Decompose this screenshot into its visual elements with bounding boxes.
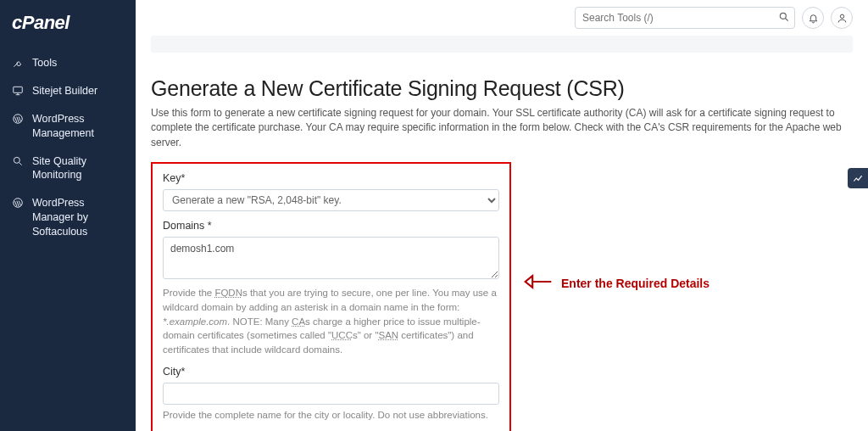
magnifier-icon bbox=[10, 155, 25, 167]
sidebar-item-quality[interactable]: Site Quality Monitoring bbox=[0, 148, 136, 190]
sidebar-item-label: WordPress Manager by Softaculous bbox=[32, 196, 125, 239]
key-select[interactable]: Generate a new "RSA, 2,048-bit" key. bbox=[163, 189, 499, 211]
sidebar-item-label: Tools bbox=[32, 56, 125, 70]
topbar bbox=[136, 0, 868, 36]
svg-rect-0 bbox=[14, 87, 23, 92]
brand-logo: cPanel bbox=[0, 0, 136, 46]
user-button[interactable] bbox=[831, 7, 853, 29]
search-icon bbox=[778, 11, 790, 26]
sidebar-item-softaculous[interactable]: WordPress Manager by Softaculous bbox=[0, 189, 136, 246]
sidebar: cPanel Tools Sitejet Builder WordPress M… bbox=[0, 0, 136, 431]
sidebar-item-tools[interactable]: Tools bbox=[0, 49, 136, 77]
domains-label: Domains * bbox=[163, 220, 499, 232]
breadcrumb bbox=[151, 36, 853, 53]
bell-icon bbox=[808, 13, 819, 24]
sidebar-item-label: WordPress Management bbox=[32, 112, 125, 141]
notifications-button[interactable] bbox=[802, 7, 824, 29]
svg-point-2 bbox=[14, 157, 19, 163]
arrow-left-icon bbox=[524, 271, 553, 295]
form-highlight-box: Key* Generate a new "RSA, 2,048-bit" key… bbox=[151, 162, 511, 431]
svg-point-5 bbox=[840, 14, 843, 18]
sidebar-nav: Tools Sitejet Builder WordPress Manageme… bbox=[0, 46, 136, 249]
sidebar-item-sitejet[interactable]: Sitejet Builder bbox=[0, 77, 136, 105]
search-wrap bbox=[575, 7, 795, 29]
wordpress-icon bbox=[10, 197, 25, 209]
user-icon bbox=[837, 13, 848, 24]
page-title: Generate a New Certificate Signing Reque… bbox=[151, 76, 853, 101]
wrench-icon bbox=[10, 57, 25, 69]
chart-icon bbox=[852, 172, 864, 184]
feedback-tab[interactable] bbox=[848, 168, 868, 188]
page-description: Use this form to generate a new certific… bbox=[151, 106, 853, 150]
key-label: Key* bbox=[163, 172, 499, 184]
city-help: Provide the complete name for the city o… bbox=[163, 408, 499, 423]
search-input[interactable] bbox=[575, 7, 795, 29]
monitor-icon bbox=[10, 85, 25, 97]
main-content: Generate a New Certificate Signing Reque… bbox=[136, 36, 868, 431]
city-input[interactable] bbox=[163, 383, 499, 405]
sidebar-item-wp-mgmt[interactable]: WordPress Management bbox=[0, 105, 136, 148]
field-key: Key* Generate a new "RSA, 2,048-bit" key… bbox=[163, 172, 499, 211]
sidebar-item-label: Sitejet Builder bbox=[32, 84, 125, 98]
svg-point-4 bbox=[780, 13, 786, 19]
domains-help: Provide the FQDNs that you are trying to… bbox=[163, 286, 499, 356]
field-city: City* Provide the complete name for the … bbox=[163, 366, 499, 423]
domains-textarea[interactable] bbox=[163, 237, 499, 279]
annotation-text: Enter the Required Details bbox=[561, 277, 709, 290]
city-label: City* bbox=[163, 366, 499, 378]
sidebar-item-label: Site Quality Monitoring bbox=[32, 154, 125, 183]
wordpress-icon bbox=[10, 113, 25, 125]
annotation: Enter the Required Details bbox=[524, 271, 709, 295]
field-domains: Domains * Provide the FQDNs that you are… bbox=[163, 220, 499, 356]
